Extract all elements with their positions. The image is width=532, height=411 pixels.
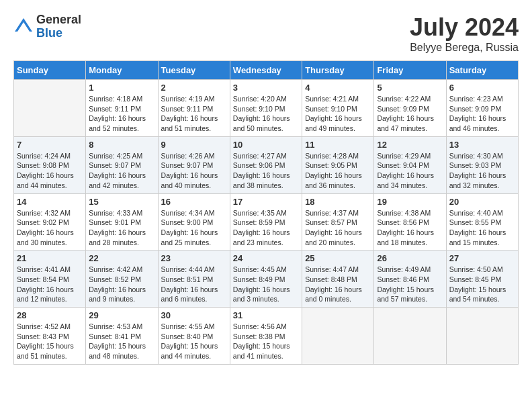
- calendar-cell: 31Sunrise: 4:56 AM Sunset: 8:38 PM Dayli…: [230, 308, 302, 365]
- day-number: 28: [17, 310, 83, 320]
- calendar-cell: 30Sunrise: 4:55 AM Sunset: 8:40 PM Dayli…: [158, 308, 230, 365]
- weekday-header-monday: Monday: [86, 61, 158, 80]
- calendar-cell: 4Sunrise: 4:21 AM Sunset: 9:10 PM Daylig…: [302, 80, 374, 137]
- calendar-cell: 13Sunrise: 4:30 AM Sunset: 9:03 PM Dayli…: [446, 136, 518, 193]
- day-number: 27: [449, 253, 515, 263]
- weekday-header-row: SundayMondayTuesdayWednesdayThursdayFrid…: [14, 61, 519, 80]
- calendar-cell: 22Sunrise: 4:42 AM Sunset: 8:52 PM Dayli…: [86, 250, 158, 308]
- weekday-header-wednesday: Wednesday: [230, 61, 302, 80]
- day-number: 2: [161, 83, 227, 93]
- title-block: July 2024 Belyye Berega, Russia: [410, 13, 519, 54]
- calendar-cell: 9Sunrise: 4:26 AM Sunset: 9:07 PM Daylig…: [158, 136, 230, 193]
- day-number: 22: [89, 253, 154, 263]
- day-info: Sunrise: 4:56 AM Sunset: 8:38 PM Dayligh…: [233, 322, 299, 361]
- calendar-cell: 18Sunrise: 4:37 AM Sunset: 8:57 PM Dayli…: [302, 193, 374, 250]
- calendar-cell: 12Sunrise: 4:29 AM Sunset: 9:04 PM Dayli…: [374, 136, 446, 193]
- day-info: Sunrise: 4:53 AM Sunset: 8:41 PM Dayligh…: [89, 322, 154, 361]
- calendar-cell: 20Sunrise: 4:40 AM Sunset: 8:55 PM Dayli…: [446, 193, 518, 250]
- day-info: Sunrise: 4:23 AM Sunset: 9:09 PM Dayligh…: [449, 94, 515, 134]
- calendar-week-row: 14Sunrise: 4:32 AM Sunset: 9:02 PM Dayli…: [14, 193, 519, 250]
- day-number: 30: [161, 310, 227, 320]
- day-info: Sunrise: 4:44 AM Sunset: 8:51 PM Dayligh…: [161, 265, 227, 304]
- calendar-cell: [374, 308, 446, 365]
- day-number: 6: [449, 83, 515, 93]
- day-info: Sunrise: 4:45 AM Sunset: 8:49 PM Dayligh…: [233, 265, 299, 304]
- calendar-cell: 29Sunrise: 4:53 AM Sunset: 8:41 PM Dayli…: [86, 308, 158, 365]
- day-number: 25: [305, 253, 371, 263]
- day-number: 9: [161, 140, 227, 150]
- calendar-cell: [446, 308, 518, 365]
- calendar-cell: 25Sunrise: 4:47 AM Sunset: 8:48 PM Dayli…: [302, 250, 374, 308]
- day-info: Sunrise: 4:19 AM Sunset: 9:11 PM Dayligh…: [161, 94, 227, 134]
- day-info: Sunrise: 4:35 AM Sunset: 8:59 PM Dayligh…: [233, 208, 299, 248]
- day-info: Sunrise: 4:40 AM Sunset: 8:55 PM Dayligh…: [449, 208, 515, 248]
- day-info: Sunrise: 4:28 AM Sunset: 9:05 PM Dayligh…: [305, 151, 371, 191]
- day-info: Sunrise: 4:50 AM Sunset: 8:45 PM Dayligh…: [449, 265, 515, 304]
- logo-text: General Blue: [36, 13, 81, 40]
- day-number: 12: [377, 140, 443, 150]
- day-info: Sunrise: 4:49 AM Sunset: 8:46 PM Dayligh…: [377, 265, 443, 304]
- logo-blue: Blue: [36, 27, 81, 40]
- calendar-cell: [302, 308, 374, 365]
- month-title: July 2024: [410, 13, 519, 42]
- day-info: Sunrise: 4:38 AM Sunset: 8:56 PM Dayligh…: [377, 208, 443, 248]
- calendar-cell: 1Sunrise: 4:18 AM Sunset: 9:11 PM Daylig…: [86, 80, 158, 137]
- weekday-header-tuesday: Tuesday: [158, 61, 230, 80]
- day-number: 31: [233, 310, 299, 320]
- day-info: Sunrise: 4:52 AM Sunset: 8:43 PM Dayligh…: [17, 322, 83, 361]
- calendar-cell: [14, 80, 86, 137]
- location-title: Belyye Berega, Russia: [410, 42, 519, 54]
- day-info: Sunrise: 4:37 AM Sunset: 8:57 PM Dayligh…: [305, 208, 371, 248]
- calendar-week-row: 7Sunrise: 4:24 AM Sunset: 9:08 PM Daylig…: [14, 136, 519, 193]
- day-info: Sunrise: 4:55 AM Sunset: 8:40 PM Dayligh…: [161, 322, 227, 361]
- day-info: Sunrise: 4:41 AM Sunset: 8:54 PM Dayligh…: [17, 265, 83, 304]
- day-number: 23: [161, 253, 227, 263]
- day-number: 20: [449, 197, 515, 207]
- calendar-table: SundayMondayTuesdayWednesdayThursdayFrid…: [13, 60, 519, 365]
- calendar-cell: 14Sunrise: 4:32 AM Sunset: 9:02 PM Dayli…: [14, 193, 86, 250]
- weekday-header-friday: Friday: [374, 61, 446, 80]
- calendar-cell: 24Sunrise: 4:45 AM Sunset: 8:49 PM Dayli…: [230, 250, 302, 308]
- day-number: 3: [233, 83, 299, 93]
- calendar-cell: 16Sunrise: 4:34 AM Sunset: 9:00 PM Dayli…: [158, 193, 230, 250]
- calendar-cell: 2Sunrise: 4:19 AM Sunset: 9:11 PM Daylig…: [158, 80, 230, 137]
- day-info: Sunrise: 4:32 AM Sunset: 9:02 PM Dayligh…: [17, 208, 83, 248]
- day-number: 5: [377, 83, 443, 93]
- day-number: 29: [89, 310, 154, 320]
- calendar-cell: 19Sunrise: 4:38 AM Sunset: 8:56 PM Dayli…: [374, 193, 446, 250]
- day-info: Sunrise: 4:20 AM Sunset: 9:10 PM Dayligh…: [233, 94, 299, 134]
- calendar-week-row: 28Sunrise: 4:52 AM Sunset: 8:43 PM Dayli…: [14, 308, 519, 365]
- day-number: 11: [305, 140, 371, 150]
- calendar-cell: 3Sunrise: 4:20 AM Sunset: 9:10 PM Daylig…: [230, 80, 302, 137]
- day-number: 15: [89, 197, 154, 207]
- weekday-header-saturday: Saturday: [446, 61, 518, 80]
- calendar-cell: 15Sunrise: 4:33 AM Sunset: 9:01 PM Dayli…: [86, 193, 158, 250]
- weekday-header-thursday: Thursday: [302, 61, 374, 80]
- day-number: 26: [377, 253, 443, 263]
- calendar-cell: 10Sunrise: 4:27 AM Sunset: 9:06 PM Dayli…: [230, 136, 302, 193]
- day-info: Sunrise: 4:25 AM Sunset: 9:07 PM Dayligh…: [89, 151, 154, 191]
- calendar-cell: 8Sunrise: 4:25 AM Sunset: 9:07 PM Daylig…: [86, 136, 158, 193]
- logo-general: General: [36, 13, 81, 27]
- calendar-cell: 5Sunrise: 4:22 AM Sunset: 9:09 PM Daylig…: [374, 80, 446, 137]
- calendar-cell: 26Sunrise: 4:49 AM Sunset: 8:46 PM Dayli…: [374, 250, 446, 308]
- day-info: Sunrise: 4:27 AM Sunset: 9:06 PM Dayligh…: [233, 151, 299, 191]
- calendar-cell: 11Sunrise: 4:28 AM Sunset: 9:05 PM Dayli…: [302, 136, 374, 193]
- day-info: Sunrise: 4:42 AM Sunset: 8:52 PM Dayligh…: [89, 265, 154, 304]
- day-info: Sunrise: 4:18 AM Sunset: 9:11 PM Dayligh…: [89, 94, 154, 134]
- calendar-week-row: 21Sunrise: 4:41 AM Sunset: 8:54 PM Dayli…: [14, 250, 519, 308]
- logo: General Blue: [13, 13, 81, 40]
- day-number: 16: [161, 197, 227, 207]
- day-number: 21: [17, 253, 83, 263]
- day-info: Sunrise: 4:24 AM Sunset: 9:08 PM Dayligh…: [17, 151, 83, 191]
- day-number: 17: [233, 197, 299, 207]
- day-number: 13: [449, 140, 515, 150]
- day-info: Sunrise: 4:26 AM Sunset: 9:07 PM Dayligh…: [161, 151, 227, 191]
- day-info: Sunrise: 4:21 AM Sunset: 9:10 PM Dayligh…: [305, 94, 371, 134]
- calendar-cell: 28Sunrise: 4:52 AM Sunset: 8:43 PM Dayli…: [14, 308, 86, 365]
- day-number: 7: [17, 140, 83, 150]
- day-number: 18: [305, 197, 371, 207]
- calendar-week-row: 1Sunrise: 4:18 AM Sunset: 9:11 PM Daylig…: [14, 80, 519, 137]
- day-number: 8: [89, 140, 154, 150]
- calendar-cell: 21Sunrise: 4:41 AM Sunset: 8:54 PM Dayli…: [14, 250, 86, 308]
